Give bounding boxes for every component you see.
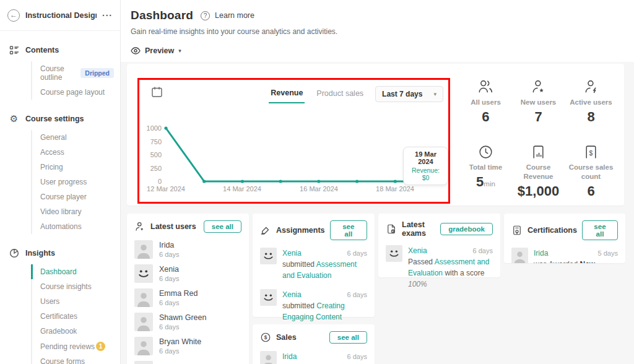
y-tick: 750 bbox=[142, 138, 162, 145]
tab-product-sales[interactable]: Product sales bbox=[315, 85, 365, 103]
preview-label: Preview bbox=[145, 46, 174, 55]
assignments-card: Assignments see all Xenia 6 days submitt… bbox=[253, 214, 375, 317]
section-contents-header[interactable]: Contents bbox=[0, 42, 120, 58]
data-point bbox=[164, 126, 167, 129]
see-all-button[interactable]: see all bbox=[582, 220, 618, 240]
sidebar-item-course-forms[interactable]: Course forms bbox=[32, 354, 120, 364]
activity-time: 6 days bbox=[347, 290, 367, 300]
card-title: Latest exams bbox=[402, 220, 435, 238]
smiley-avatar bbox=[134, 264, 153, 283]
user-time: 6 days bbox=[159, 299, 198, 306]
more-options-icon[interactable]: ··· bbox=[102, 11, 113, 20]
user-link[interactable]: Irida bbox=[282, 351, 297, 362]
x-tick: 12 Mar 2024 bbox=[141, 185, 191, 193]
data-point bbox=[394, 180, 397, 183]
item-label: Access bbox=[40, 148, 64, 157]
section-insights-header[interactable]: Insights bbox=[0, 245, 120, 261]
y-tick: 1000 bbox=[142, 124, 162, 132]
see-all-button[interactable]: see all bbox=[204, 220, 241, 233]
stat-value: 5 bbox=[476, 174, 484, 189]
item-label: Dashboard bbox=[40, 267, 77, 276]
chevron-down-icon: ▾ bbox=[178, 48, 181, 54]
item-label: Course player bbox=[40, 193, 87, 201]
stat-value: 8 bbox=[570, 109, 612, 125]
latest-users-card: Latest users see all Irida 6 days Xenia bbox=[127, 214, 249, 364]
sidebar-item-course-player[interactable]: Course player bbox=[32, 189, 120, 204]
sidebar-item-user-progress[interactable]: User progress bbox=[32, 175, 120, 189]
section-insights: Insights Dashboard Course insights Users… bbox=[0, 245, 120, 364]
users-icon bbox=[471, 76, 501, 95]
stat-unit: min bbox=[484, 180, 495, 188]
data-point bbox=[202, 180, 206, 183]
user-name: Emma Red bbox=[159, 289, 198, 298]
see-all-button[interactable]: see all bbox=[329, 331, 367, 344]
list-item[interactable]: Shawn Green 6 days bbox=[134, 313, 241, 331]
activity-time: 5 days bbox=[598, 248, 618, 259]
sidebar-item-pending-reviews[interactable]: Pending reviews 1 bbox=[32, 339, 120, 354]
list-item[interactable]: Helen Brown bbox=[134, 361, 241, 364]
stats-grid: All users 6 New users 7 bbox=[459, 76, 617, 199]
sidebar-item-gradebook[interactable]: Gradebook bbox=[32, 324, 120, 339]
sidebar-item-general[interactable]: General bbox=[32, 130, 120, 145]
page-subtitle: Gain real-time insights into your course… bbox=[131, 27, 625, 36]
back-icon[interactable]: ← bbox=[7, 9, 20, 22]
section-contents: Contents Course outline Dripped Course p… bbox=[0, 42, 120, 100]
calendar-icon[interactable] bbox=[151, 86, 163, 98]
activity-cards-row: Latest users see all Irida 6 days Xenia bbox=[127, 214, 625, 364]
date-range-select[interactable]: Last 7 days ▾ bbox=[375, 86, 443, 102]
sidebar-item-access[interactable]: Access bbox=[32, 145, 120, 160]
sidebar-item-course-insights[interactable]: Course insights bbox=[32, 279, 120, 294]
item-label: User progress bbox=[40, 178, 87, 186]
activity-text: submitted bbox=[282, 260, 316, 269]
stat-course-revenue: Course Revenue $1,000 bbox=[512, 141, 565, 199]
user-star-icon bbox=[521, 76, 557, 95]
user-name: Shawn Green bbox=[159, 313, 206, 322]
sidebar-item-course-page-layout[interactable]: Course page layout bbox=[32, 85, 120, 100]
x-tick: 16 Mar 2024 bbox=[294, 185, 344, 193]
preview-button[interactable]: Preview ▾ bbox=[131, 46, 625, 55]
sidebar-item-pricing[interactable]: Pricing bbox=[32, 160, 120, 175]
sidebar-item-automations[interactable]: Automations bbox=[32, 219, 120, 234]
contents-icon bbox=[9, 45, 19, 55]
user-link[interactable]: Xenia bbox=[282, 248, 302, 259]
sidebar-item-video-library[interactable]: Video library bbox=[32, 204, 120, 219]
help-icon[interactable]: ? bbox=[201, 11, 210, 20]
main-area: Dashboard ? Learn more Gain real-time in… bbox=[121, 0, 634, 364]
user-link[interactable]: Irida bbox=[534, 248, 548, 259]
gradebook-button[interactable]: gradebook bbox=[440, 223, 493, 235]
user-name: Bryan White bbox=[159, 337, 201, 346]
activity-item: Irida 5 days was Awarded New bbox=[511, 248, 618, 263]
list-item[interactable]: Bryan White 6 days bbox=[134, 337, 241, 355]
learn-more-link[interactable]: Learn more bbox=[215, 11, 254, 20]
chart-controls: Revenue Product sales Last 7 days ▾ bbox=[269, 85, 443, 103]
exam-doc-icon bbox=[386, 223, 397, 235]
item-label: Gradebook bbox=[40, 327, 77, 336]
list-item[interactable]: Emma Red 6 days bbox=[134, 288, 241, 307]
see-all-button[interactable]: see all bbox=[330, 220, 368, 240]
list-item[interactable]: Irida 6 days bbox=[134, 240, 241, 259]
tab-revenue[interactable]: Revenue bbox=[269, 85, 305, 103]
dollar-circle-icon: $ bbox=[260, 332, 271, 343]
tooltip-date: 19 Mar 2024 bbox=[409, 150, 442, 165]
activity-time: 6 days bbox=[347, 248, 367, 259]
section-course-settings: ⚙ Course settings General Access Pricing… bbox=[0, 111, 120, 234]
chart-tooltip: 19 Mar 2024 Revenue: $0 bbox=[403, 147, 448, 185]
item-label: Users bbox=[40, 297, 59, 306]
user-link[interactable]: Xenia bbox=[408, 245, 427, 256]
item-label: Automations bbox=[40, 222, 82, 231]
sidebar-item-users[interactable]: Users bbox=[32, 294, 120, 309]
x-tick: 14 Mar 2024 bbox=[217, 185, 267, 193]
sidebar-item-certificates[interactable]: Certificates bbox=[32, 309, 120, 324]
data-point bbox=[355, 180, 358, 183]
chevron-down-icon: ▾ bbox=[433, 91, 436, 97]
sidebar-item-dashboard[interactable]: Dashboard bbox=[31, 264, 120, 279]
item-label: Course page layout bbox=[40, 88, 105, 97]
user-link[interactable]: Xenia bbox=[282, 289, 302, 300]
section-course-settings-header[interactable]: ⚙ Course settings bbox=[0, 111, 120, 126]
activity-text: was Awarded bbox=[534, 260, 580, 263]
svg-text:$: $ bbox=[589, 150, 593, 157]
list-item[interactable]: Xenia 6 days bbox=[134, 264, 241, 283]
sidebar-item-course-outline[interactable]: Course outline Dripped bbox=[32, 61, 120, 85]
y-tick: 0 bbox=[142, 178, 162, 185]
score-value: 100% bbox=[408, 280, 427, 288]
